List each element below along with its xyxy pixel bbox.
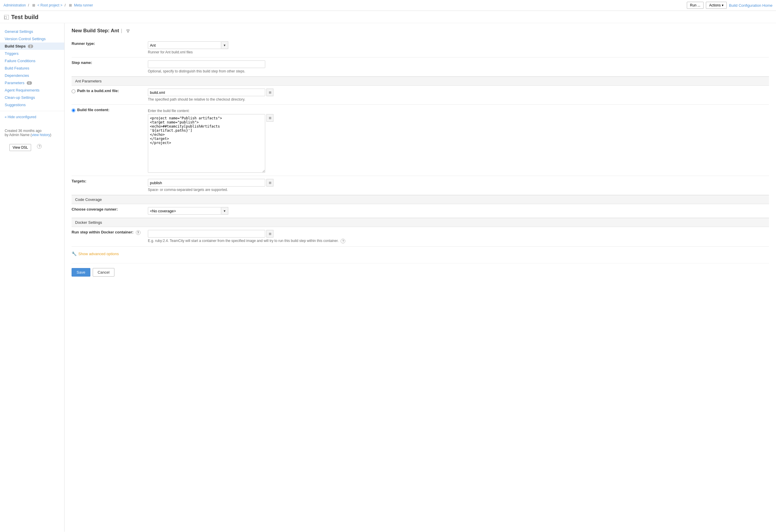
step-name-input[interactable] — [148, 60, 265, 68]
coverage-runner-select[interactable]: <No coverage> — [148, 207, 221, 215]
targets-row: Targets: ⊞ Space- or comma-separated tar… — [71, 176, 769, 195]
action-buttons: Save Cancel — [71, 263, 769, 277]
page-title: Test build — [11, 14, 38, 21]
form-title: New Build Step: Ant — [71, 28, 119, 34]
sidebar-item-build-steps[interactable]: Build Steps 2 — [0, 42, 64, 50]
docker-container-hint-help-icon[interactable]: ? — [341, 239, 345, 243]
step-name-hint: Optional, specify to distinguish this bu… — [148, 69, 769, 73]
path-buildxml-input-group: ⊞ — [148, 88, 769, 96]
parameters-badge: 6 — [27, 81, 32, 85]
runner-type-select-wrapper: Ant ▼ — [148, 41, 228, 49]
help-icon[interactable]: ? — [37, 144, 42, 149]
sidebar-item-general-settings[interactable]: General Settings — [0, 28, 64, 35]
targets-hint: Space- or comma-separated targets are su… — [148, 188, 769, 192]
targets-input[interactable] — [148, 179, 265, 187]
run-button[interactable]: Run ... — [687, 2, 704, 9]
build-config-icon: □ — [4, 15, 9, 20]
config-home-link[interactable]: Build Configuration Home — [729, 3, 772, 8]
coverage-runner-row: Choose coverage runner: <No coverage> ▼ — [71, 204, 769, 218]
runner-type-value: Ant ▼ Runner for Ant build.xml files — [148, 38, 769, 57]
code-coverage-table: Choose coverage runner: <No coverage> ▼ — [71, 204, 769, 218]
view-history-link[interactable]: view history — [32, 133, 50, 137]
path-buildxml-radio-label: Path to a build.xml file: — [71, 88, 144, 93]
targets-input-group: ⊞ — [148, 179, 769, 187]
sidebar-item-suggestions[interactable]: Suggestions — [0, 101, 64, 108]
build-file-content-radio[interactable] — [71, 108, 75, 112]
path-buildxml-radio[interactable] — [71, 89, 75, 93]
docker-container-input[interactable] — [148, 230, 265, 238]
runner-type-select[interactable]: Ant — [148, 41, 221, 49]
coverage-runner-value: <No coverage> ▼ — [148, 204, 769, 218]
sidebar-item-parameters[interactable]: Parameters 6 — [0, 79, 64, 86]
breadcrumb-meta-runner[interactable]: Meta runner — [74, 3, 93, 7]
wrench-icon: 🔧 — [71, 251, 76, 256]
runner-type-label: Runner type: — [71, 38, 148, 57]
step-name-row: Step name: Optional, specify to distingu… — [71, 57, 769, 76]
show-advanced-options[interactable]: 🔧 Show advanced options — [71, 251, 769, 256]
docker-container-value: ⊞ E.g. ruby:2.4. TeamCity will start a c… — [148, 227, 769, 247]
build-file-content-radio-label: Build file content: — [71, 107, 144, 112]
targets-label: Targets: — [71, 176, 148, 195]
coverage-runner-select-wrapper: <No coverage> ▼ — [148, 207, 228, 215]
save-button[interactable]: Save — [71, 268, 90, 277]
content-area: New Build Step: Ant | ▽ Runner type: Ant… — [64, 23, 776, 532]
sidebar-footer: Created 36 months ago by Admin Name (vie… — [0, 124, 64, 142]
actions-button[interactable]: Actions ▾ — [706, 2, 727, 9]
sidebar-item-failure-conditions[interactable]: Failure Conditions — [0, 57, 64, 64]
hide-unconfigured-link[interactable]: « Hide unconfigured — [0, 113, 64, 120]
view-dsl-button[interactable]: View DSL — [9, 144, 31, 151]
breadcrumb-root-project[interactable]: < Root project > — [37, 3, 62, 7]
build-file-content-row: Build file content: Enter the build file… — [71, 105, 769, 176]
code-coverage-section-header: Code Coverage — [71, 195, 769, 204]
sidebar-item-cleanup-settings[interactable]: Clean-up Settings — [0, 94, 64, 101]
build-file-content-textarea[interactable]: <project name="Publish artifacts"> <targ… — [148, 114, 265, 173]
page-title-bar: □ Test build — [0, 11, 776, 23]
ant-params-section-header: Ant Parameters — [71, 76, 769, 86]
top-bar-actions: Run ... Actions ▾ Build Configuration Ho… — [687, 2, 772, 9]
build-file-content-input-group: <project name="Publish artifacts"> <targ… — [148, 114, 769, 173]
path-buildxml-hint: The specified path should be relative to… — [148, 97, 769, 101]
runner-type-dropdown-arrow[interactable]: ▼ — [221, 41, 228, 49]
by-text: by Admin Name — [5, 133, 30, 137]
runner-type-row: Runner type: Ant ▼ Runner for Ant build.… — [71, 38, 769, 57]
sidebar-divider — [0, 111, 64, 111]
sidebar-item-agent-requirements[interactable]: Agent Requirements — [0, 86, 64, 94]
docker-container-hint: E.g. ruby:2.4. TeamCity will start a con… — [148, 239, 769, 243]
build-file-content-browse-btn[interactable]: ⊞ — [266, 114, 273, 122]
docker-help-icon[interactable]: ? — [136, 230, 141, 235]
docker-settings-section-header: Docker Settings — [71, 218, 769, 227]
build-file-content-value: Enter the build file content: <project n… — [148, 105, 769, 176]
expand-arrow[interactable]: ▽ — [127, 29, 129, 33]
coverage-runner-dropdown-arrow[interactable]: ▼ — [221, 207, 228, 215]
main-layout: General Settings Version Control Setting… — [0, 23, 776, 532]
step-name-label: Step name: — [71, 57, 148, 76]
form-header: New Build Step: Ant | ▽ — [71, 28, 769, 34]
breadcrumb-admin[interactable]: Administration — [4, 3, 26, 7]
sidebar-item-build-features[interactable]: Build Features — [0, 64, 64, 72]
docker-settings-table: Run step within Docker container: ? ⊞ E.… — [71, 227, 769, 247]
top-bar: Administration / ⊞ < Root project > / ⊞ … — [0, 0, 776, 11]
step-name-value: Optional, specify to distinguish this bu… — [148, 57, 769, 76]
path-buildxml-input[interactable] — [148, 88, 265, 96]
runner-type-hint: Runner for Ant build.xml files — [148, 50, 769, 54]
docker-container-row: Run step within Docker container: ? ⊞ E.… — [71, 227, 769, 247]
build-file-content-sublabel: Enter the build file content: — [148, 109, 769, 113]
sidebar: General Settings Version Control Setting… — [0, 23, 64, 532]
form-table: Runner type: Ant ▼ Runner for Ant build.… — [71, 38, 769, 76]
coverage-runner-label: Choose coverage runner: — [71, 204, 148, 218]
docker-container-label: Run step within Docker container: ? — [71, 227, 148, 247]
sidebar-item-vcs-settings[interactable]: Version Control Settings — [0, 35, 64, 42]
build-steps-badge: 2 — [28, 45, 33, 48]
ant-params-table: Path to a build.xml file: ⊞ The specifie… — [71, 86, 769, 195]
targets-browse-btn[interactable]: ⊞ — [266, 179, 273, 187]
sidebar-item-triggers[interactable]: Triggers — [0, 50, 64, 57]
path-buildxml-browse-btn[interactable]: ⊞ — [266, 88, 273, 96]
breadcrumb: Administration / ⊞ < Root project > / ⊞ … — [4, 3, 93, 7]
docker-container-browse-btn[interactable]: ⊞ — [266, 230, 273, 238]
cancel-button[interactable]: Cancel — [93, 268, 115, 277]
created-text: Created 36 months ago — [5, 129, 59, 133]
targets-value: ⊞ Space- or comma-separated targets are … — [148, 176, 769, 195]
path-buildxml-label: Path to a build.xml file: — [71, 86, 148, 105]
path-buildxml-value: ⊞ The specified path should be relative … — [148, 86, 769, 105]
sidebar-item-dependencies[interactable]: Dependencies — [0, 72, 64, 79]
